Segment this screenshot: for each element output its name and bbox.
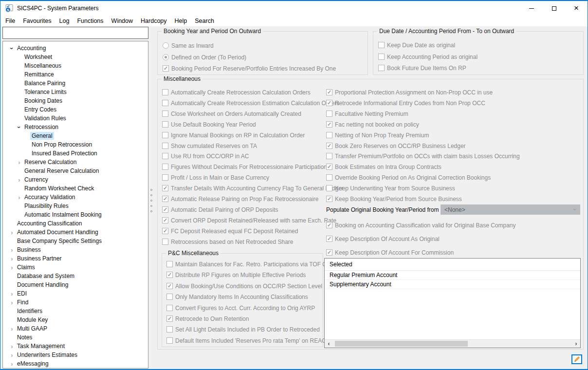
checkbox-only-mandatory-items-in-accounting-classificatio[interactable]: Only Mandatory Items In Accounting Class…	[166, 293, 308, 300]
checkbox-control[interactable]: ✓	[326, 100, 332, 106]
list-item-regular-premium-account[interactable]: Regular Premium Account	[325, 271, 580, 280]
checkbox-keep-booking-year-period-from-source-business[interactable]: ✓Keep Booking Year/Period from Source Bu…	[326, 195, 462, 203]
tree-item-reserve-calculation[interactable]: ›Reserve Calculation	[3, 158, 148, 166]
minimize-button[interactable]	[520, 1, 543, 16]
tree-item-insured-based-protection[interactable]: Insured Based Protection	[3, 149, 148, 158]
chevron-collapsed-icon[interactable]: ›	[8, 326, 16, 332]
checkbox-keep-description-of-account-as-original[interactable]: ✓Keep Description Of Account As Original	[326, 235, 440, 242]
checkbox-automatic-release-pairing-on-prop-fac-retrocessi[interactable]: ✓Automatic Release Pairing on Prop Fac R…	[162, 195, 318, 203]
checkbox-control[interactable]: ✓	[326, 236, 332, 242]
checkbox-fc-deposit-released-equal-fc-deposit-retained[interactable]: ✓FC Deposit Released equal FC Deposit Re…	[162, 227, 298, 235]
tree-item-emessaging[interactable]: ›eMessaging	[3, 359, 148, 368]
chevron-collapsed-icon[interactable]: ›	[8, 229, 16, 236]
checkbox-convert-orp-deposit-retained-released-with-same-[interactable]: ✓Convert ORP Deposit Retained/Released w…	[162, 217, 336, 224]
checkbox-control[interactable]: ✓	[162, 185, 168, 191]
checkbox-control[interactable]	[162, 174, 168, 181]
checkbox-use-ru-from-occ-orp-in-ac[interactable]: Use RU from OCC/ORP in AC	[162, 152, 249, 160]
chevron-collapsed-icon[interactable]: ›	[16, 194, 23, 201]
checkbox-control[interactable]: ✓	[166, 315, 173, 322]
checkbox-transfer-details-with-accounting-currency-flag-t[interactable]: ✓Transfer Details With Accounting Curren…	[162, 185, 344, 192]
checkbox-fac-netting-not-booked-on-policy[interactable]: ✓Fac netting not booked on policy	[326, 121, 419, 128]
tree-item-remittance[interactable]: Remittance	[3, 70, 148, 79]
checkbox-default-items-included-reserves-pro-rata-temp-on[interactable]: Default Items Included 'Reserves Pro rat…	[166, 337, 346, 344]
list-item-supplementary-account[interactable]: Supplementary Account	[325, 280, 580, 289]
scrollbar-thumb[interactable]	[335, 341, 468, 347]
tree-item-entry-codes[interactable]: Entry Codes	[3, 105, 148, 114]
close-button[interactable]: ×	[565, 1, 588, 16]
menu-item-window[interactable]: Window	[108, 16, 137, 26]
checkbox-control[interactable]: ✓	[326, 164, 332, 170]
checkbox-convert-figures-to-acct-curr-according-to-orig-a[interactable]: Convert Figures to Acct. Curr. According…	[166, 304, 315, 312]
tree-item-retrocession[interactable]: ›Retrocession	[3, 123, 148, 131]
checkbox-distribute-rp-figures-on-multiple-effective-peri[interactable]: ✓Distribute RP Figures on Multiple Effec…	[166, 271, 306, 278]
search-input[interactable]	[2, 27, 148, 39]
checkbox-control[interactable]	[162, 121, 168, 128]
menu-item-log[interactable]: Log	[55, 16, 74, 26]
horizontal-scrollbar[interactable]: ‹ ›	[325, 339, 580, 348]
checkbox-control[interactable]	[166, 294, 173, 300]
tree-item-claims[interactable]: ›Claims	[3, 263, 148, 272]
checkbox-book-zero-reserves-on-occ-rp-business-ledger[interactable]: ✓Book Zero Reserves on OCC/RP Business L…	[326, 142, 466, 149]
checkbox-control[interactable]: ✓	[166, 272, 173, 278]
checkbox-control[interactable]	[326, 111, 332, 117]
checkbox-booking-on-accounting-classification-valid-for-o[interactable]: ✓Booking on Accounting Classification va…	[326, 222, 516, 229]
menu-item-functions[interactable]: Functions	[73, 16, 107, 26]
tree-item-database-and-system[interactable]: Database and System	[3, 272, 148, 280]
tree-item-miscellaneous[interactable]: Miscellaneous	[3, 61, 148, 70]
checkbox-control[interactable]	[162, 153, 168, 159]
checkbox-control[interactable]: ✓	[162, 206, 168, 213]
checkbox-proportional-protection-assignment-on-non-prop-o[interactable]: ✓Proportional Protection Assignment on N…	[326, 89, 493, 96]
tree-item-automated-document-handling[interactable]: ›Automated Document Handling	[3, 228, 148, 237]
tree-item-balance-pairing[interactable]: Balance Pairing	[3, 79, 148, 88]
checkbox-automatically-create-retrocession-estimation-cal[interactable]: Automatically Create Retrocession Estima…	[162, 99, 339, 107]
checkbox-control[interactable]	[166, 305, 173, 311]
checkbox-retrocede-to-own-retention[interactable]: ✓Retrocede to Own Retention	[166, 315, 249, 322]
checkbox-close-worksheet-on-orders-automatically-created[interactable]: Close Worksheet on Orders Automatically …	[162, 110, 301, 117]
tree-item-validation-rules[interactable]: Validation Rules	[3, 114, 148, 123]
checkbox-control[interactable]: ✓	[326, 89, 332, 95]
tree-item-general-reserve-calculation[interactable]: General Reserve Calculation	[3, 166, 148, 175]
checkbox-control[interactable]	[378, 65, 385, 71]
chevron-collapsed-icon[interactable]: ›	[8, 361, 16, 367]
checkbox-control[interactable]	[166, 326, 173, 333]
checkbox-control[interactable]	[162, 239, 168, 245]
tree-item-plausibility-rules[interactable]: Plausibility Rules	[3, 202, 148, 210]
tree-item-worksheet[interactable]: Worksheet	[3, 53, 148, 61]
menu-item-hardcopy[interactable]: Hardcopy	[137, 16, 171, 26]
checkbox-book-estimates-on-intra-group-contracts[interactable]: ✓Book Estimates on Intra Group Contracts	[326, 163, 441, 170]
selected-accounts-list[interactable]: Selected Regular Premium AccountSuppleme…	[324, 258, 581, 348]
tree-item-identifiers[interactable]: Identifiers	[3, 307, 148, 315]
checkbox-control[interactable]	[326, 174, 332, 181]
checkbox-keep-underwriting-year-from-source-business[interactable]: Keep Underwriting Year from Source Busin…	[326, 185, 455, 192]
chevron-expanded-icon[interactable]: ›	[8, 45, 16, 52]
checkbox-maintain-balances-for-fac-retro-participations-v[interactable]: Maintain Balances for Fac. Retro. Partic…	[166, 260, 337, 268]
checkbox-control[interactable]: ✓	[326, 143, 332, 149]
checkbox-control[interactable]	[166, 337, 173, 344]
tree-item-business-partner[interactable]: ›Business Partner	[3, 254, 148, 263]
checkbox-control[interactable]	[162, 132, 168, 138]
tree-item-multi-gaap[interactable]: ›Multi GAAP	[3, 324, 148, 333]
checkbox-control[interactable]: ✓	[326, 222, 332, 228]
populate-source-dropdown[interactable]: <None> ›	[441, 204, 580, 215]
checkbox-control[interactable]: ✓	[326, 249, 332, 256]
checkbox-keep-due-date-as-original[interactable]: Keep Due Date as original	[378, 41, 455, 49]
menu-item-search[interactable]: Search	[191, 16, 218, 26]
tree-item-find[interactable]: ›Find	[3, 298, 148, 307]
tree-item-edi[interactable]: ›EDI	[3, 289, 148, 298]
checkbox-control[interactable]	[326, 185, 332, 191]
tree-item-module-key[interactable]: Module Key	[3, 315, 148, 324]
chevron-collapsed-icon[interactable]: ›	[8, 343, 16, 350]
tree-item-underwriters-estimates[interactable]: ›Underwriters Estimates	[3, 351, 148, 359]
checkbox-keep-accounting-period-as-original[interactable]: Keep Accounting Period as original	[378, 53, 478, 60]
checkbox-ignore-manual-bookings-on-rp-in-calculation-orde[interactable]: Ignore Manual Bookings on RP in Calculat…	[162, 131, 305, 139]
edit-button[interactable]	[571, 354, 582, 364]
checkbox-control[interactable]: ✓	[326, 121, 332, 128]
tree-item-tolerance-limits[interactable]: Tolerance Limits	[3, 88, 148, 96]
tree-item-document-handling[interactable]: Document Handling	[3, 280, 148, 289]
checkbox-control[interactable]: ✓	[162, 228, 168, 234]
checkbox-use-default-booking-year-period[interactable]: Use Default Booking Year Period	[162, 121, 256, 128]
checkbox-set-all-light-details-included-in-pb-order-to-re[interactable]: Set All Light Details Included in PB Ord…	[166, 326, 320, 333]
checkbox-allow-booking-use-conditions-on-occ-rp-section-l[interactable]: ✓Allow Booking/Use Conditions on OCC/RP …	[166, 282, 322, 290]
checkbox-keep-description-of-account-for-commission[interactable]: ✓Keep Description Of Account For Commiss…	[326, 249, 454, 256]
checkbox-control[interactable]	[378, 54, 385, 60]
